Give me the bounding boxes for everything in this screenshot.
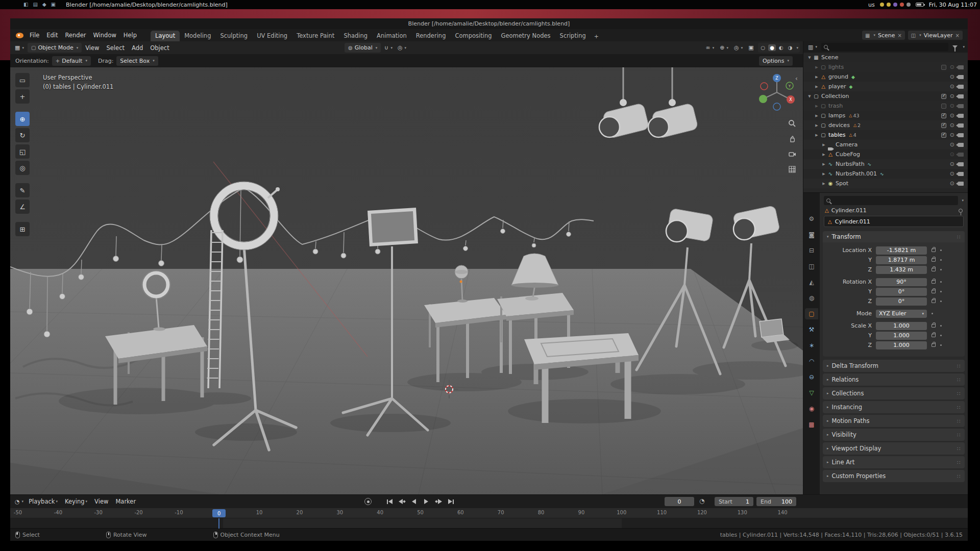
outliner-row-trash[interactable]: ▶ ▢ trash ⊙	[803, 101, 968, 111]
hide-eye-icon[interactable]: ⊙	[950, 84, 954, 89]
pan-hand-icon[interactable]	[787, 133, 798, 144]
ruler-tick[interactable]: 20	[297, 510, 303, 515]
grip-icon[interactable]: ∷	[957, 432, 961, 438]
properties-tab-object-data[interactable]: ▽	[805, 387, 818, 398]
tool-move[interactable]: ⊕	[15, 112, 30, 126]
editor-type-button[interactable]: ▥▾	[806, 44, 819, 51]
lock-icon[interactable]	[932, 268, 936, 271]
hide-eye-icon[interactable]: ⊙	[950, 142, 954, 147]
ruler-tick[interactable]: 10	[256, 510, 263, 515]
animate-dot-icon[interactable]	[940, 300, 942, 302]
field-value[interactable]: 1.000▾	[876, 322, 927, 330]
ruler-tick[interactable]: 70	[498, 510, 504, 515]
jump-to-end-button[interactable]	[445, 497, 456, 506]
grip-icon[interactable]: ∷	[957, 473, 961, 479]
disable-render-icon[interactable]	[958, 143, 964, 147]
properties-search-input[interactable]	[824, 196, 958, 205]
grip-icon[interactable]: ∷	[957, 460, 961, 465]
hide-eye-icon[interactable]: ⊙	[950, 74, 954, 80]
disable-render-icon[interactable]	[958, 114, 964, 118]
outliner-row-camera[interactable]: ▶ Camera ⊙	[803, 140, 968, 149]
next-keyframe-button[interactable]	[433, 497, 444, 506]
ruler-tick[interactable]: -30	[94, 510, 103, 515]
editor-type-button[interactable]: ▦▾	[13, 44, 26, 51]
animate-dot-icon[interactable]	[940, 269, 942, 270]
snapping-toggle[interactable]: ∪▾	[383, 43, 394, 53]
tool-annotate[interactable]: ✎	[15, 183, 30, 197]
field-value[interactable]: XYZ Euler▾	[876, 310, 927, 318]
tool-add-cube[interactable]: ⊞	[15, 222, 30, 236]
outliner-row-ground[interactable]: ▶ △ ground ◆ ⊙	[803, 72, 968, 82]
shading-material-button[interactable]: ◐	[777, 44, 785, 51]
ruler-tick[interactable]: 50	[417, 510, 424, 515]
disable-render-icon[interactable]	[958, 104, 964, 108]
editor-type-button[interactable]: ◔▾	[13, 498, 25, 505]
grip-icon[interactable]: ∷	[957, 446, 961, 452]
disable-render-icon[interactable]	[958, 172, 964, 176]
outliner-row-cubefog[interactable]: ▶ △ CubeFog ⊙	[803, 149, 968, 159]
lock-icon[interactable]	[932, 299, 936, 303]
timeline-menu-keying[interactable]: Keying▾	[61, 495, 91, 508]
properties-tab-render[interactable]: ◙	[805, 229, 818, 240]
ruler-tick[interactable]: 30	[336, 510, 343, 515]
outliner-search-input[interactable]	[821, 43, 949, 51]
viewport-menu-object[interactable]: Object	[146, 41, 173, 54]
disable-render-icon[interactable]	[958, 123, 964, 128]
object-name-field[interactable]: △ Cylinder.011	[824, 216, 964, 227]
hide-eye-icon[interactable]: ⊙	[950, 94, 954, 99]
frame-end-field[interactable]: End 100	[756, 497, 796, 506]
field-value[interactable]: 0°▾	[876, 297, 927, 306]
xray-toggle[interactable]: ▣	[747, 44, 755, 51]
properties-tab-tool[interactable]: ⚙	[805, 213, 818, 224]
outliner-row-devices[interactable]: ▶ ▢ devices △2 ⊙	[803, 120, 968, 130]
transform-panel-header[interactable]: ▾ Transform ∷	[823, 231, 965, 242]
camera-view-icon[interactable]	[787, 148, 798, 160]
section-instancing[interactable]: ▸Instancing∷	[823, 401, 965, 413]
workspace-tab-rendering[interactable]: Rendering	[411, 31, 451, 41]
breadcrumb-label[interactable]: Cylinder.011	[831, 207, 867, 214]
properties-tab-output[interactable]: ⊟	[805, 245, 818, 256]
ruler-tick[interactable]: 100	[617, 510, 626, 515]
expand-arrow-icon[interactable]: ▶	[814, 123, 820, 128]
animate-dot-icon[interactable]	[940, 335, 942, 336]
expand-arrow-icon[interactable]: ▶	[821, 182, 827, 186]
hide-eye-icon[interactable]: ⊙	[950, 133, 954, 138]
overlays-dropdown[interactable]: ◎▾	[732, 44, 744, 51]
properties-tab-view-layer[interactable]: ◫	[805, 261, 818, 272]
properties-tab-modifiers[interactable]: ⚒	[805, 324, 818, 335]
ruler-tick[interactable]: 110	[657, 510, 667, 515]
hide-eye-icon[interactable]: ⊙	[950, 113, 954, 118]
hide-eye-icon[interactable]: ⊙	[950, 65, 954, 70]
properties-tab-object[interactable]: ▢	[805, 308, 818, 319]
timeline-menu-marker[interactable]: Marker	[112, 495, 139, 508]
section-viewport-display[interactable]: ▸Viewport Display∷	[823, 442, 965, 455]
blender-logo-icon[interactable]	[16, 33, 23, 38]
properties-tab-texture[interactable]: ▩	[805, 419, 818, 430]
desktop-app-icon[interactable]: ▣	[51, 0, 56, 9]
remove-view-layer-icon[interactable]: ×	[955, 33, 960, 38]
disable-render-icon[interactable]	[958, 162, 964, 166]
grip-icon[interactable]: ∷	[957, 234, 961, 240]
expand-arrow-icon[interactable]: ▶	[814, 133, 820, 137]
tool-measure[interactable]: ∠	[15, 199, 30, 214]
transform-orientation-dropdown[interactable]: ◍ Global ▾	[345, 43, 381, 53]
field-value[interactable]: -1.5821 m▾	[876, 246, 927, 255]
keyboard-layout-indicator[interactable]: us	[868, 2, 875, 8]
expand-arrow-icon[interactable]: ▶	[814, 85, 820, 89]
shading-solid-button[interactable]: ●	[768, 44, 776, 51]
lock-icon[interactable]	[932, 324, 936, 328]
workspace-tab-layout[interactable]: Layout	[151, 31, 180, 41]
tool-rotate[interactable]: ↻	[15, 128, 30, 142]
animate-dot-icon[interactable]	[932, 313, 933, 314]
properties-tab-particles[interactable]: ∗	[805, 340, 818, 351]
add-workspace-button[interactable]: +	[591, 32, 602, 41]
properties-tab-scene[interactable]: ◭	[805, 277, 818, 288]
section-line-art[interactable]: ▸Line Art∷	[823, 456, 965, 468]
disable-render-icon[interactable]	[958, 85, 964, 89]
animate-dot-icon[interactable]	[940, 281, 942, 283]
workspace-tab-compositing[interactable]: Compositing	[450, 31, 496, 41]
exclude-checkbox[interactable]	[941, 94, 946, 99]
ruler-tick[interactable]: 80	[538, 510, 545, 515]
hide-eye-icon[interactable]: ⊙	[950, 162, 954, 167]
proportional-editing-toggle[interactable]: ◎▾	[396, 43, 408, 53]
